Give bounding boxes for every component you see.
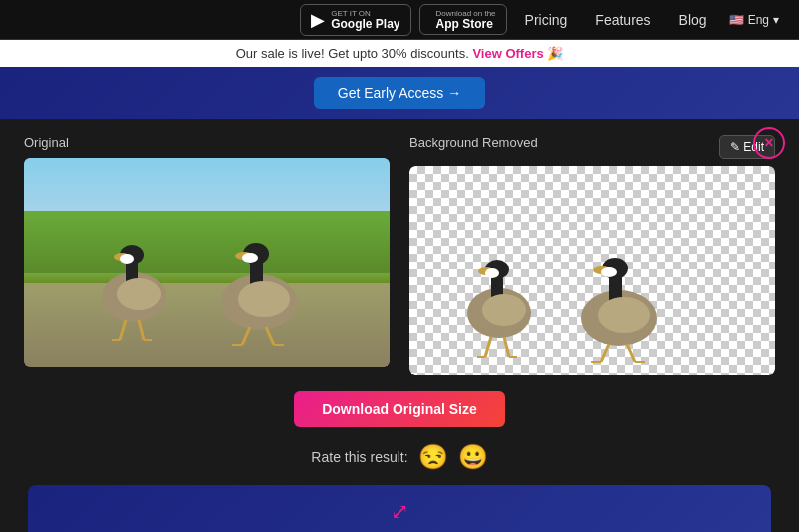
main-content: × Original	[0, 119, 799, 532]
sad-rating-button[interactable]: 😒	[418, 443, 448, 471]
svg-line-27	[504, 337, 509, 357]
early-access-button[interactable]: Get Early Access →	[314, 77, 485, 109]
happy-rating-button[interactable]: 😀	[458, 443, 488, 471]
header: ▶ GET IT ON Google Play Download on the …	[0, 0, 799, 40]
svg-point-14	[242, 253, 258, 263]
svg-line-26	[485, 337, 491, 357]
svg-line-7	[139, 320, 144, 340]
svg-point-4	[120, 254, 134, 264]
goose-removed-1-svg	[449, 226, 549, 360]
svg-point-15	[238, 281, 290, 317]
sale-banner: Our sale is live! Get upto 30% discounts…	[0, 40, 799, 67]
app-store-name: App Store	[436, 18, 496, 30]
original-label: Original	[24, 135, 390, 150]
goose-removed-2-svg	[559, 221, 679, 365]
removed-image	[409, 166, 775, 375]
removed-geese-background	[409, 166, 775, 375]
early-access-bar: Get Early Access →	[0, 67, 799, 119]
removed-panel: Background Removed ✎ Edit	[409, 135, 775, 375]
comparison-section: Original	[24, 135, 775, 375]
pricing-link[interactable]: Pricing	[515, 12, 578, 28]
lang-label: Eng	[748, 13, 769, 27]
goose-2-svg	[204, 208, 314, 347]
view-offers-link[interactable]: View Offers	[472, 46, 543, 61]
flag-icon: 🇺🇸	[729, 13, 744, 27]
rating-label: Rate this result:	[311, 449, 407, 465]
removed-label: Background Removed	[409, 135, 538, 150]
google-play-name: Google Play	[331, 18, 400, 30]
svg-point-34	[601, 267, 617, 277]
svg-line-37	[627, 344, 635, 362]
goose-1-svg	[84, 213, 184, 342]
expand-icon: ⤢	[391, 499, 408, 524]
download-section: Download Original Size	[24, 391, 775, 427]
blog-link[interactable]: Blog	[669, 12, 717, 28]
rating-section: Rate this result: 😒 😀	[24, 443, 775, 471]
original-panel: Original	[24, 135, 390, 375]
svg-line-17	[266, 327, 274, 345]
sale-text: Our sale is live! Get upto 30% discounts…	[236, 46, 469, 61]
svg-point-24	[485, 268, 499, 278]
chevron-down-icon: ▾	[773, 13, 779, 27]
svg-point-35	[598, 297, 650, 333]
language-selector[interactable]: 🇺🇸 Eng ▾	[725, 13, 783, 27]
svg-line-16	[242, 327, 250, 345]
svg-line-36	[601, 344, 609, 362]
sale-emoji: 🎉	[547, 46, 563, 61]
original-geese-background	[24, 158, 390, 367]
removed-panel-header: Background Removed ✎ Edit	[409, 135, 775, 158]
download-button[interactable]: Download Original Size	[294, 391, 505, 427]
svg-line-6	[120, 320, 126, 340]
google-play-button[interactable]: ▶ GET IT ON Google Play	[300, 4, 410, 36]
features-link[interactable]: Features	[585, 12, 660, 28]
close-button[interactable]: ×	[753, 127, 785, 159]
svg-point-5	[117, 278, 161, 310]
bottom-bar[interactable]: ⤢	[28, 485, 771, 532]
svg-point-25	[482, 294, 526, 326]
app-store-button[interactable]: Download on the App Store	[419, 4, 507, 35]
original-image	[24, 158, 390, 367]
